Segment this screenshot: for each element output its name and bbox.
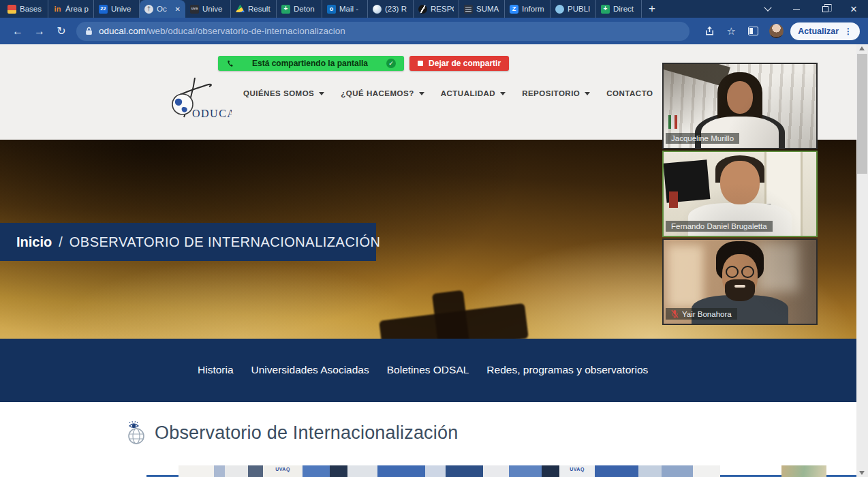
check-circle-icon: ✓ xyxy=(386,59,396,68)
zoom-favicon-icon: Z xyxy=(510,5,518,14)
browser-tab-active[interactable]: †Oc✕ xyxy=(140,0,185,18)
participant-video-1[interactable]: Jacqueline Murillo xyxy=(662,63,818,149)
photo-segment xyxy=(214,465,225,477)
kebab-menu-icon[interactable]: ⋮ xyxy=(844,27,852,36)
doc-favicon-icon xyxy=(464,5,473,14)
stop-sharing-button[interactable]: Dejar de compartir xyxy=(409,56,509,71)
sharing-status-text: Está compartiendo la pantalla xyxy=(243,59,377,68)
tab-title: (23) R xyxy=(385,5,408,13)
browser-tab[interactable]: uvaUnive xyxy=(185,0,231,18)
dot-favicon-icon xyxy=(555,5,564,14)
side-panel-icon xyxy=(748,27,758,35)
photo-segment xyxy=(542,465,559,477)
participant-video-3[interactable]: Yair Bonahora xyxy=(662,238,818,325)
browser-toolbar: ← → ↻ oducal.com/web/oducal/observatorio… xyxy=(0,18,868,44)
profile-avatar[interactable] xyxy=(769,24,784,38)
side-panel-button[interactable] xyxy=(743,22,762,41)
photo-segment xyxy=(330,465,347,477)
outlook-favicon-icon: o xyxy=(327,5,336,14)
tab-close-icon[interactable]: ✕ xyxy=(175,5,181,13)
oducal-favicon-icon: † xyxy=(144,5,153,14)
subnav-link[interactable]: Boletines ODSAL xyxy=(387,364,469,376)
minimize-button[interactable] xyxy=(782,0,811,18)
video-call-overlay: Jacqueline Murillo Fernando Daniel Bruga… xyxy=(662,63,818,326)
tab-title: Área p xyxy=(65,5,89,13)
forward-button[interactable]: → xyxy=(29,21,50,42)
share-button[interactable] xyxy=(700,22,719,41)
photo-segment xyxy=(638,465,662,477)
browser-tab[interactable]: +Deton xyxy=(277,0,322,18)
url-path: /web/oducal/observatorio-de-internaciona… xyxy=(146,26,345,36)
tab-title: Bases xyxy=(20,5,43,13)
restore-button[interactable] xyxy=(811,0,839,18)
browser-tab[interactable]: Result xyxy=(231,0,277,18)
nav-item-label: ACTUALIDAD xyxy=(441,89,495,97)
oducal-logo[interactable]: ODUCAL xyxy=(168,75,232,124)
address-bar[interactable]: oducal.com/web/oducal/observatorio-de-in… xyxy=(76,22,689,41)
participant-name-label: Yair Bonahora xyxy=(666,308,737,320)
browser-tab[interactable]: Bases xyxy=(3,0,48,18)
browser-tab[interactable]: oMail - xyxy=(322,0,368,18)
photo-segment xyxy=(347,465,377,477)
section-heading: Observatorio de Internacionalización xyxy=(127,420,458,446)
photo-segment xyxy=(248,465,263,477)
subnav-link[interactable]: Redes, programas y observatorios xyxy=(486,364,648,376)
tab-title: Mail - xyxy=(339,5,362,13)
photo-segment: UVAQ xyxy=(263,465,303,477)
breadcrumb-home-link[interactable]: Inicio xyxy=(16,234,52,250)
tab-title: RESPO xyxy=(431,5,454,13)
participant-name-label: Fernando Daniel Brugaletta xyxy=(666,221,773,232)
participant-name: Yair Bonahora xyxy=(682,310,732,318)
scrollbar-down-arrow-icon[interactable] xyxy=(859,471,865,475)
subnav-link[interactable]: Historia xyxy=(198,364,234,376)
nav-item[interactable]: CONTACTO xyxy=(606,89,653,97)
participant-name: Fernando Daniel Brugaletta xyxy=(671,222,767,230)
chevron-down-icon xyxy=(764,3,771,11)
new-tab-button[interactable]: + xyxy=(642,0,662,18)
browser-tab[interactable]: PUBLI xyxy=(551,0,596,18)
subnav-link[interactable]: Universidades Asociadas xyxy=(251,364,369,376)
screen: BasesinÁrea p22Unive†Oc✕uvaUniveResult+D… xyxy=(0,0,868,477)
nav-item[interactable]: ¿QUÉ HACEMOS? xyxy=(341,89,424,97)
nav-item[interactable]: ACTUALIDAD xyxy=(441,89,506,97)
restore-icon xyxy=(822,6,828,12)
scrollbar[interactable] xyxy=(856,44,868,477)
nav-item[interactable]: REPOSITORIO xyxy=(522,89,590,97)
scrollbar-thumb[interactable] xyxy=(857,54,867,174)
chevron-down-icon xyxy=(585,92,590,95)
scrollbar-up-arrow-icon[interactable] xyxy=(859,46,865,50)
tab-search-button[interactable] xyxy=(754,0,782,18)
browser-tab[interactable]: 22Unive xyxy=(94,0,140,18)
participant-video-2[interactable]: Fernando Daniel Brugaletta xyxy=(662,151,818,237)
browser-tab[interactable]: RESPO xyxy=(414,0,459,18)
browser-tab[interactable]: ZInform xyxy=(505,0,551,18)
nav-item[interactable]: QUIÉNES SOMOS xyxy=(243,89,324,97)
close-window-button[interactable]: ✕ xyxy=(839,0,868,18)
tab-title: Result xyxy=(248,5,271,13)
stop-icon xyxy=(418,61,423,66)
browser-tab[interactable]: inÁrea p xyxy=(48,0,94,18)
back-button[interactable]: ← xyxy=(7,21,29,42)
photo-segment xyxy=(509,465,542,477)
muted-mic-icon xyxy=(671,309,679,318)
window-controls: ✕ xyxy=(754,0,868,18)
nav-item-label: QUIÉNES SOMOS xyxy=(243,89,314,97)
chevron-down-icon xyxy=(419,92,424,95)
breadcrumb-separator: / xyxy=(59,234,63,250)
tab-strip: BasesinÁrea p22Unive†Oc✕uvaUniveResult+D… xyxy=(0,0,642,18)
reload-button[interactable]: ↻ xyxy=(50,21,72,42)
chevron-down-icon xyxy=(500,92,506,95)
tab-title: Unive xyxy=(111,5,134,13)
sphere-favicon-icon xyxy=(373,5,382,14)
url-text: oducal.com/web/oducal/observatorio-de-in… xyxy=(99,26,345,36)
photo-segment xyxy=(425,465,446,477)
browser-tab[interactable]: SUMA xyxy=(459,0,505,18)
logo-text: ODUCAL xyxy=(192,108,232,119)
bookmark-button[interactable]: ☆ xyxy=(722,22,741,41)
browser-tab[interactable]: +Direct xyxy=(596,0,642,18)
update-browser-button[interactable]: Actualizar ⋮ xyxy=(790,22,860,40)
browser-tab[interactable]: (23) R xyxy=(368,0,414,18)
nav-item-label: CONTACTO xyxy=(606,89,653,97)
tab-title: SUMA xyxy=(476,5,499,13)
oducal-logo-icon: ODUCAL xyxy=(168,75,232,121)
